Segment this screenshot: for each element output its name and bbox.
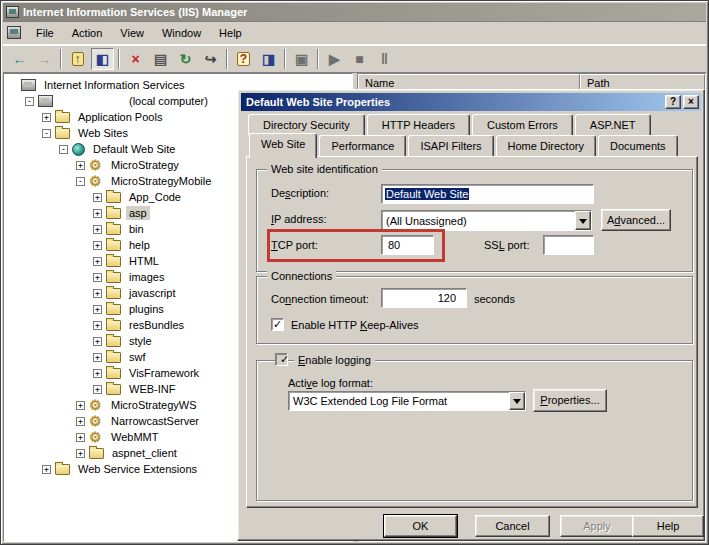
expand-icon[interactable]: + <box>93 257 102 266</box>
expand-icon[interactable]: + <box>93 209 102 218</box>
dialog-help-icon[interactable]: ? <box>665 95 681 109</box>
tree-item-label[interactable]: VisFramework <box>126 366 202 380</box>
tree-item-label[interactable]: Default Web Site <box>90 142 178 156</box>
expand-icon[interactable]: + <box>93 241 102 250</box>
collapse-icon[interactable]: - <box>42 129 51 138</box>
expand-icon[interactable]: + <box>93 337 102 346</box>
properties-button[interactable]: ▤ <box>149 48 172 70</box>
tree-item-label[interactable]: (local computer) <box>126 94 211 108</box>
expand-icon[interactable]: + <box>76 449 85 458</box>
menu-file[interactable]: File <box>27 25 63 41</box>
expand-icon[interactable]: + <box>93 369 102 378</box>
tree-item-label[interactable]: aspnet_client <box>109 446 180 460</box>
collapse-icon[interactable]: - <box>25 97 34 106</box>
tab-custom-errors[interactable]: Custom Errors <box>472 114 573 135</box>
expand-icon[interactable]: + <box>93 225 102 234</box>
tree-item-label[interactable]: resBundles <box>126 318 187 332</box>
tree-item-label[interactable]: style <box>126 334 155 348</box>
export-list-button[interactable]: ↪ <box>199 48 222 70</box>
connection-timeout-input[interactable]: 120 <box>381 288 467 308</box>
ssl-port-input[interactable] <box>543 235 594 255</box>
pause-item-button[interactable]: ‖ <box>373 48 396 70</box>
chevron-down-icon[interactable] <box>509 392 525 410</box>
tree-item-label[interactable]: MicroStrategyWS <box>108 398 200 412</box>
keep-alives-checkbox[interactable]: ✓ <box>271 318 284 331</box>
back-button[interactable]: ← <box>8 48 31 70</box>
dialog-titlebar[interactable]: Default Web Site Properties ? × <box>241 93 701 111</box>
menu-window[interactable]: Window <box>153 25 210 41</box>
tab-isapi-filters[interactable]: ISAPI Filters <box>408 135 493 156</box>
menu-view[interactable]: View <box>111 25 153 41</box>
expand-icon[interactable]: + <box>76 161 85 170</box>
menu-help[interactable]: Help <box>210 25 251 41</box>
tree-item-label[interactable]: swf <box>126 350 149 364</box>
tree-item-label[interactable]: NarrowcastServer <box>108 414 202 428</box>
show-hide-console-tree-button[interactable]: ◧ <box>91 48 114 70</box>
expand-icon[interactable]: + <box>76 417 85 426</box>
help-topics-button[interactable]: ? <box>232 48 255 70</box>
tree-item-label[interactable]: images <box>126 270 167 284</box>
tab-documents[interactable]: Documents <box>598 135 678 156</box>
tree-item-label[interactable]: help <box>126 238 153 252</box>
expand-icon[interactable]: + <box>93 385 102 394</box>
enable-logging-checkbox[interactable]: ✓ <box>275 353 288 366</box>
tree-item-label[interactable]: WebMMT <box>108 430 161 444</box>
tree-item-label[interactable]: HTML <box>126 254 162 268</box>
collapse-icon[interactable]: - <box>59 145 68 154</box>
expand-icon[interactable]: + <box>42 465 51 474</box>
tab-row-back: Directory SecurityHTTP HeadersCustom Err… <box>248 114 653 135</box>
description-input[interactable]: Default Web Site <box>381 184 594 204</box>
tree-item-label[interactable]: MicroStrategy <box>108 158 182 172</box>
tree-item-label[interactable]: Web Sites <box>75 126 131 140</box>
expand-icon[interactable]: + <box>76 401 85 410</box>
menu-action[interactable]: Action <box>63 25 112 41</box>
expand-icon[interactable]: + <box>93 321 102 330</box>
tree-item-label[interactable]: App_Code <box>126 190 184 204</box>
log-properties-button[interactable]: Properties... <box>533 389 607 412</box>
tcp-port-input[interactable]: 80 <box>381 235 434 255</box>
expand-icon[interactable]: + <box>42 113 51 122</box>
folder-icon <box>55 464 70 475</box>
tree-item-label[interactable]: plugins <box>126 302 167 316</box>
expand-icon[interactable]: + <box>93 305 102 314</box>
tab-asp-net[interactable]: ASP.NET <box>575 114 651 135</box>
expand-icon[interactable]: + <box>93 193 102 202</box>
cancel-button[interactable]: Cancel <box>475 515 550 537</box>
tree-item-label[interactable]: MicroStrategyMobile <box>108 174 214 188</box>
close-icon[interactable]: × <box>683 95 699 109</box>
help-button[interactable]: Help <box>632 515 704 537</box>
ok-button[interactable]: OK <box>384 515 457 537</box>
tab-performance[interactable]: Performance <box>319 135 406 156</box>
window-titlebar[interactable]: Internet Information Services (IIS) Mana… <box>3 3 706 21</box>
tab-web-site[interactable]: Web Site <box>249 133 317 158</box>
expand-icon[interactable]: + <box>93 273 102 282</box>
apply-button[interactable]: Apply <box>560 515 634 537</box>
ip-address-dropdown[interactable]: (All Unassigned) <box>381 210 592 231</box>
tree-item-label[interactable]: Internet Information Services <box>41 78 188 92</box>
chevron-down-icon[interactable] <box>575 211 591 230</box>
tree-item-label[interactable]: javascript <box>126 286 178 300</box>
tree-item-label[interactable]: asp <box>126 206 150 220</box>
tree-item-label[interactable]: Web Service Extensions <box>75 462 200 476</box>
expand-icon[interactable]: + <box>93 289 102 298</box>
delete-button[interactable]: × <box>124 48 147 70</box>
tree-item-label[interactable]: bin <box>126 222 147 236</box>
advanced-button[interactable]: Advanced... <box>601 209 671 231</box>
forward-button[interactable]: → <box>33 48 56 70</box>
tab-directory-security[interactable]: Directory Security <box>248 114 365 135</box>
expand-icon[interactable]: + <box>93 353 102 362</box>
computer-button[interactable]: ▣ <box>290 48 313 70</box>
tree-item-label[interactable]: Application Pools <box>75 110 165 124</box>
tab-http-headers[interactable]: HTTP Headers <box>367 114 470 135</box>
expand-icon[interactable]: + <box>76 433 85 442</box>
log-format-dropdown[interactable]: W3C Extended Log File Format <box>288 391 526 411</box>
tree-item-label[interactable]: WEB-INF <box>126 382 178 396</box>
tab-home-directory[interactable]: Home Directory <box>496 135 596 156</box>
show-hide-pane-button[interactable]: ◨ <box>257 48 280 70</box>
gear-icon <box>89 431 103 444</box>
up-one-level-button[interactable]: ↑ <box>66 48 89 70</box>
collapse-icon[interactable]: - <box>76 177 85 186</box>
start-item-button[interactable]: ▶ <box>323 48 346 70</box>
stop-item-button[interactable]: ■ <box>348 48 371 70</box>
refresh-button[interactable]: ↻ <box>174 48 197 70</box>
